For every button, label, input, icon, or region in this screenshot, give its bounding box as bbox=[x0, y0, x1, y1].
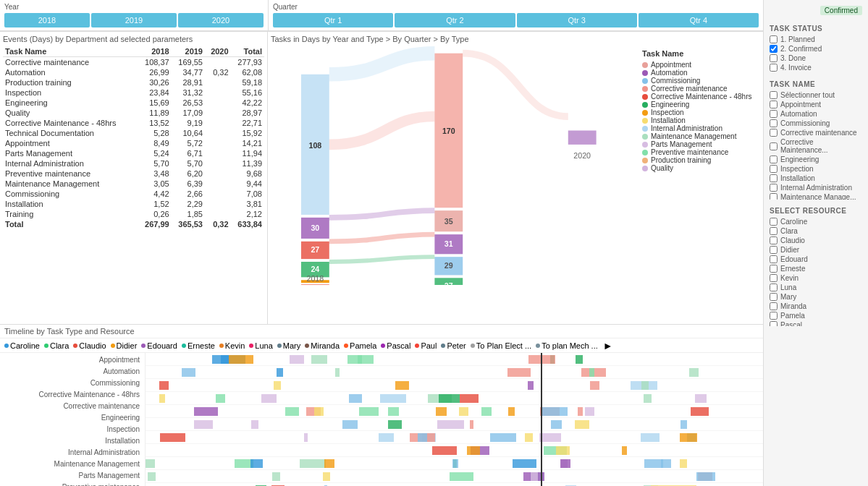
resource-dot bbox=[141, 344, 146, 348]
task-name-checkbox[interactable] bbox=[770, 184, 778, 192]
task-name-checkbox[interactable] bbox=[770, 91, 778, 99]
task-name-item[interactable]: Inspection bbox=[770, 165, 862, 173]
timeline-task-label: Engineering bbox=[3, 412, 142, 424]
resource-item[interactable]: Claudio bbox=[770, 236, 862, 244]
resource-item: Miranda bbox=[305, 341, 340, 350]
resources-scroll-right[interactable]: ► bbox=[603, 340, 613, 351]
quarter-btn-group: Qtr 1 Qtr 2 Qtr 3 Qtr 4 bbox=[273, 13, 759, 27]
timeline-segment bbox=[146, 459, 155, 468]
resource-item[interactable]: Pamela bbox=[770, 312, 862, 320]
task-name-item[interactable]: Corrective Maintenance... bbox=[770, 138, 862, 154]
task-status-item[interactable]: 3. Done bbox=[770, 54, 862, 62]
chart-legend: Task Name AppointmentAutomationCommissio… bbox=[641, 46, 760, 321]
task-name-item[interactable]: Corrective maintenance bbox=[770, 129, 862, 137]
task-name-item[interactable]: Automation bbox=[770, 110, 862, 118]
table-cell: 13,52 bbox=[138, 118, 171, 128]
task-status-item[interactable]: 1. Planned bbox=[770, 35, 862, 43]
year-2019-btn[interactable]: 2019 bbox=[91, 13, 177, 27]
table-row: Technical Documentation5,2810,6415,92 bbox=[3, 128, 264, 138]
task-name-checkbox[interactable] bbox=[770, 165, 778, 173]
timeline-task-label: Appointment bbox=[3, 354, 142, 366]
resource-label: Mary bbox=[283, 341, 300, 350]
task-name-item[interactable]: Engineering bbox=[770, 155, 862, 163]
table-cell: 11,39 bbox=[231, 158, 264, 169]
timeline-segment bbox=[513, 459, 536, 468]
table-cell: Total bbox=[3, 219, 138, 229]
task-name-label: Corrective maintenance bbox=[780, 129, 857, 137]
svg-text:2018: 2018 bbox=[307, 274, 324, 283]
task-name-item[interactable]: Maintenance Manage... bbox=[770, 193, 862, 200]
task-name-checkbox[interactable] bbox=[770, 129, 778, 137]
task-status-item[interactable]: 4. Invoice bbox=[770, 64, 862, 72]
timeline-segment bbox=[148, 472, 156, 481]
task-name-checkbox[interactable] bbox=[770, 174, 778, 182]
timeline-segment bbox=[681, 420, 687, 429]
task-name-checkbox[interactable] bbox=[770, 101, 778, 108]
resource-item[interactable]: Miranda bbox=[770, 302, 862, 310]
resource-item[interactable]: Caroline bbox=[770, 218, 862, 226]
resource-checkbox[interactable] bbox=[770, 274, 778, 282]
resource-checkbox[interactable] bbox=[770, 255, 778, 263]
resource-checkbox[interactable] bbox=[770, 302, 778, 310]
legend-item: Corrective maintenance bbox=[642, 85, 759, 93]
timeline-segment bbox=[304, 433, 308, 442]
resource-checkbox[interactable] bbox=[770, 312, 778, 320]
task-name-checkbox[interactable] bbox=[770, 110, 778, 118]
timeline-bar-row bbox=[146, 483, 763, 486]
task-status-checkbox[interactable] bbox=[770, 64, 778, 72]
table-cell: 10,64 bbox=[172, 128, 205, 138]
timeline-task-label: Commissioning bbox=[3, 378, 142, 389]
resource-checkbox[interactable] bbox=[770, 236, 778, 244]
resource-item[interactable]: Didier bbox=[770, 246, 862, 254]
resource-checkbox[interactable] bbox=[770, 293, 778, 301]
resource-item[interactable]: Mary bbox=[770, 293, 862, 301]
timeline-segment bbox=[460, 394, 479, 403]
resource-dot bbox=[344, 344, 348, 348]
resource-item[interactable]: Pascal bbox=[770, 321, 862, 326]
resource-item[interactable]: Luna bbox=[770, 284, 862, 291]
task-name-checkbox[interactable] bbox=[770, 119, 778, 127]
task-name-item[interactable]: Sélectionner tout bbox=[770, 91, 862, 99]
resource-checkbox[interactable] bbox=[770, 227, 778, 235]
resource-item[interactable]: Edouard bbox=[770, 255, 862, 263]
resource-item[interactable]: Kevin bbox=[770, 274, 862, 282]
task-name-item[interactable]: Installation bbox=[770, 174, 862, 182]
filter-row: Year 2018 2019 2020 Quarter Qtr 1 Qtr 2 … bbox=[0, 0, 763, 31]
legend-label: Engineering bbox=[651, 101, 689, 108]
task-name-checkbox[interactable] bbox=[770, 142, 778, 150]
task-name-item[interactable]: Appointment bbox=[770, 101, 862, 108]
qtr1-btn[interactable]: Qtr 1 bbox=[273, 13, 393, 27]
timeline-task-label: Preventive maintenance bbox=[3, 481, 142, 486]
timeline-segment bbox=[194, 407, 218, 416]
year-2020-btn[interactable]: 2020 bbox=[178, 13, 264, 27]
timeline-segment bbox=[251, 420, 259, 429]
task-status-checkbox[interactable] bbox=[770, 54, 778, 62]
task-status-item[interactable]: 2. Confirmed bbox=[770, 45, 862, 53]
timeline-segment bbox=[300, 459, 326, 468]
legend-item: Installation bbox=[642, 116, 759, 124]
resource-checkbox[interactable] bbox=[770, 284, 778, 291]
timeline-bar-row bbox=[146, 431, 763, 444]
resource-checkbox[interactable] bbox=[770, 218, 778, 226]
resource-checkbox[interactable] bbox=[770, 321, 778, 326]
table-cell: 3,05 bbox=[138, 179, 171, 189]
task-name-checkbox[interactable] bbox=[770, 193, 778, 200]
legend-item: Automation bbox=[642, 69, 759, 77]
qtr3-btn[interactable]: Qtr 3 bbox=[517, 13, 637, 27]
resource-item[interactable]: Erneste bbox=[770, 265, 862, 273]
qtr2-btn[interactable]: Qtr 2 bbox=[395, 13, 515, 27]
task-status-checkbox[interactable] bbox=[770, 45, 778, 53]
task-name-label: Maintenance Manage... bbox=[780, 193, 856, 200]
resource-checkbox[interactable] bbox=[770, 246, 778, 254]
resource-checkbox[interactable] bbox=[770, 265, 778, 273]
task-name-item[interactable]: Commissioning bbox=[770, 119, 862, 127]
task-name-item[interactable]: Internal Administration bbox=[770, 184, 862, 192]
task-status-checkbox[interactable] bbox=[770, 35, 778, 43]
task-name-checkbox[interactable] bbox=[770, 155, 778, 163]
table-cell: 7,08 bbox=[231, 189, 264, 199]
resource-item[interactable]: Clara bbox=[770, 227, 862, 235]
qtr4-btn[interactable]: Qtr 4 bbox=[639, 13, 759, 27]
year-2018-btn[interactable]: 2018 bbox=[4, 13, 90, 27]
resource-item: Pamela bbox=[344, 341, 376, 350]
table-cell: 267,99 bbox=[138, 219, 171, 229]
